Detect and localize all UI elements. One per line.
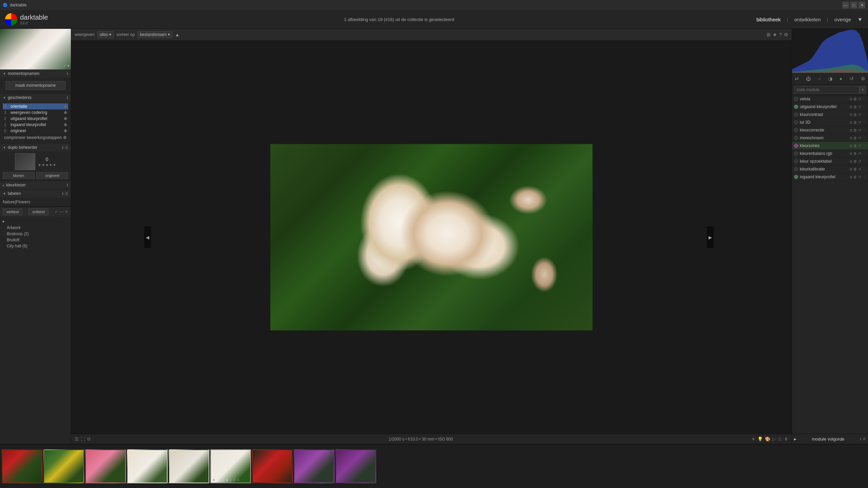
collection-item-bruiloft[interactable]: Bruiloft [0,237,71,243]
origineel-button[interactable]: origineel [36,172,68,179]
image-prev-button[interactable]: ◂ [144,226,151,248]
copy-icon-uitgaand[interactable]: ⧉ [850,105,852,109]
collection-item-cityhall[interactable]: City hall (6) [0,243,71,249]
section-header-kleurkiezer[interactable]: ▸ kleurkiezer ℹ [0,181,71,189]
delete-icon-kleurcorrectie[interactable]: 🗑 [853,128,857,133]
circle-full-icon[interactable]: ● [839,75,843,82]
copy-icon-kluurcontrast[interactable]: ⧉ [850,113,852,117]
circle-half-icon[interactable]: ◑ [828,75,833,82]
light-icon[interactable]: 💡 [757,436,763,442]
reset-icon-uitgaand[interactable]: ↺ [858,105,861,109]
filmstrip-thumb-2[interactable] [43,449,84,483]
delete-icon-kluurcontrast[interactable]: 🗑 [853,113,857,117]
section-header-labelen[interactable]: ▼ labelen ℹ ☰ [0,189,71,198]
more-icon-kluurcontrast[interactable]: ⋮ [862,113,866,117]
settings-icon[interactable]: ⚙ [784,32,788,37]
module-kleurenbalans[interactable]: kleurenbalans rgb ⧉ 🗑 ↺ ⋮ [792,150,868,158]
copy-icon-kleurkalibratie[interactable]: ⧉ [850,167,852,171]
more-icon-kleurzones[interactable]: ⋮ [862,144,866,148]
filmstrip-thumb-1[interactable] [2,449,42,483]
minimize-button[interactable]: — [842,2,849,8]
filmstrip-thumb-9[interactable] [335,449,376,483]
maak-momentopname-button[interactable]: maak momentopname [5,81,65,90]
filmstrip-thumb-3[interactable] [85,449,126,483]
copy-icon-kleurenbalans[interactable]: ⧉ [850,151,852,156]
history-item-0[interactable]: 0 origineel [3,128,68,134]
verbind-button[interactable]: verbind [3,208,22,215]
more-icon-ingaand[interactable]: ⋮ [862,175,866,179]
copy-icon-ingaand[interactable]: ⧉ [850,175,852,179]
klonen-button[interactable]: klonen [3,172,35,179]
image-next-button[interactable]: ▸ [707,226,714,248]
filmstrip-thumb-8[interactable] [294,449,334,483]
maximize-button[interactable]: □ [850,2,857,8]
star-icon[interactable]: ★ [773,32,777,37]
module-kleur-opzoek[interactable]: kleur opzoektabel ⧉ 🗑 ↺ ⋮ [792,158,868,165]
history-item-3[interactable]: 3 weergeven codering [3,109,68,116]
gear-icon[interactable]: ⚙ [860,75,866,82]
more-icon-lut3d[interactable]: ⋮ [862,120,866,125]
copy-icon-monochroom[interactable]: ⧉ [850,136,852,140]
delete-icon-ingaand[interactable]: 🗑 [853,175,857,179]
delete-icon-velvia[interactable]: 🗑 [853,97,857,101]
history-item-2[interactable]: 2 uitgaand kleurprofiel [3,116,68,122]
more-icon-uitgaand[interactable]: ⋮ [862,105,866,109]
reset-icon-ingaand[interactable]: ↺ [858,175,861,179]
play-icon[interactable]: ▷ [772,436,776,442]
filmstrip-thumb-7[interactable] [252,449,293,483]
module-ingaand-kleurprofiel[interactable]: ingaand kleurprofiel ⧉ 🗑 ↺ ⋮ [792,173,868,181]
more-icon-kleurkalibratie[interactable]: ⋮ [862,167,866,171]
arrow-module-order[interactable]: ▸ [794,436,796,442]
module-kleurkalibratie[interactable]: kleurkalibratie ⧉ 🗑 ↺ ⋮ [792,165,868,173]
section-header-momentopnamen[interactable]: ▼ momentopnamen ℹ [0,69,71,78]
nav-dropdown-button[interactable]: ▾ [857,16,863,23]
collection-item-artwork[interactable]: Artwork [0,225,71,231]
copy-icon-kleurzones[interactable]: ⧉ [850,144,852,148]
power-icon[interactable]: ⏻ [805,75,811,82]
copy-icon-velvia[interactable]: ⧉ [850,97,852,101]
warning-icon[interactable]: ⚠ [778,436,782,442]
filmstrip-thumb-selected[interactable]: ✕ ★ ★ ☆ ☆ ☆ [210,449,251,483]
delete-icon-lut3d[interactable]: 🗑 [853,120,857,125]
circle-empty-icon[interactable]: ○ [817,75,822,82]
delete-icon-kleurenbalans[interactable]: 🗑 [853,151,857,156]
module-kleurcorrectie[interactable]: kleurcorrectie ⧉ 🗑 ↺ ⋮ [792,126,868,134]
module-monochroom[interactable]: monochroom ⧉ 🗑 ↺ ⋮ [792,134,868,142]
color-icon[interactable]: 🎨 [765,436,770,442]
delete-icon-uitgaand[interactable]: 🗑 [853,105,857,109]
tab-bibliotheek[interactable]: bibliotheek [750,15,787,24]
compare-icon[interactable]: ⛶ [81,436,85,442]
section-header-duplo[interactable]: ▼ duplo beheerder ℹ ☰ [0,143,71,151]
copy-icon-kleuropzoek[interactable]: ⧉ [850,159,852,164]
overlay-icon[interactable]: ⧉ [87,436,90,442]
more-icon-kleurcorrectie[interactable]: ⋮ [862,128,866,133]
sorteer-dropdown[interactable]: bestandsnaam ▾ [137,31,172,38]
weergeven-dropdown[interactable]: alles ▾ [97,31,114,38]
reset-icon-kleurcorrectie[interactable]: ↺ [858,128,861,133]
reset-icon-lut3d[interactable]: ↺ [858,120,861,125]
delete-icon-monochroom[interactable]: 🗑 [853,136,857,140]
compress-row[interactable]: comprimeer bewerkingsstappen ⚙ [3,134,68,141]
module-uitgaand-kleurprofiel[interactable]: uitgaand kleurprofiel ⧉ 🗑 ↺ ⋮ [792,103,868,111]
close-button[interactable]: ✕ [859,2,865,8]
reset-icon-velvia[interactable]: ↺ [858,97,861,101]
menu-bottom-icon[interactable]: ☰ [75,436,79,442]
pause-icon[interactable]: ⏸ [784,436,788,442]
swap-icon[interactable]: ⇄ [794,75,799,82]
preview-expand-icon[interactable]: ⤢ ▾ [63,63,70,68]
titlebar-controls[interactable]: — □ ✕ [842,2,865,8]
reset-icon-kleuropzoek[interactable]: ↺ [858,159,861,164]
tab-overige[interactable]: overige [828,15,857,24]
module-search-input[interactable] [794,86,860,94]
module-lut3d[interactable]: lut 3D ⧉ 🗑 ↺ ⋮ [792,119,868,126]
more-icon-kleuropzoek[interactable]: ⋮ [862,159,866,164]
help-icon[interactable]: ? [779,32,782,37]
copy-icon-lut3d[interactable]: ⧉ [850,120,852,125]
reset-icon-monochroom[interactable]: ↺ [858,136,861,140]
tab-ontwikkelen[interactable]: ontwikkelen [788,15,827,24]
grid-icon[interactable]: ⊞ [767,32,771,37]
history-item-4[interactable]: 4 orientatie [3,103,68,109]
reset-icon-kleurenbalans[interactable]: ↺ [858,151,861,156]
module-kleurzones[interactable]: kleurzones ⧉ 🗑 ↺ ⋮ [792,142,868,150]
reset-icon-kleurzones[interactable]: ↺ [858,144,861,148]
